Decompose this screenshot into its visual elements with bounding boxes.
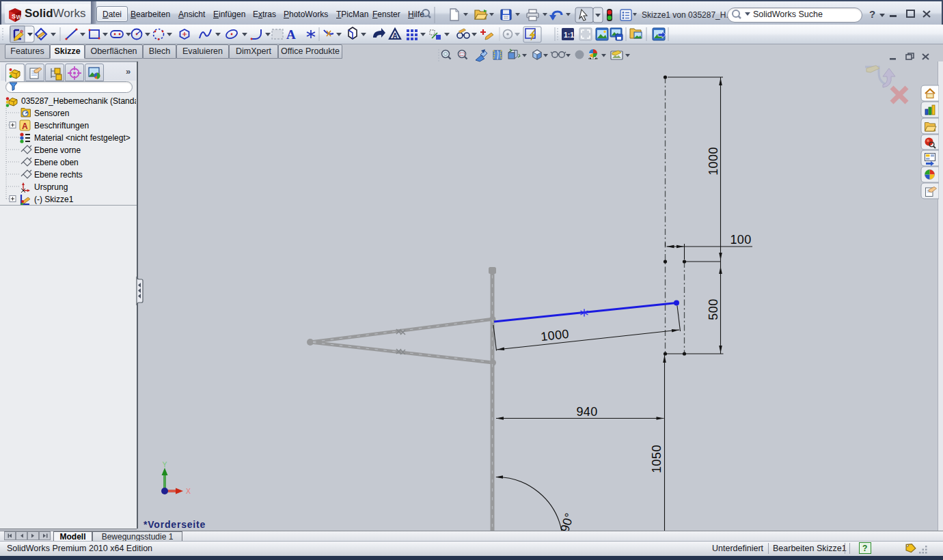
svg-text:W: W (16, 14, 23, 20)
svg-text:»: » (126, 66, 131, 76)
svg-text:A: A (286, 27, 296, 42)
svg-text:1000: 1000 (707, 147, 720, 176)
svg-text:S: S (12, 13, 16, 20)
svg-text:X: X (186, 487, 191, 495)
svg-text:A: A (22, 122, 28, 131)
svg-text:1000: 1000 (540, 327, 570, 344)
svg-text:?: ? (862, 544, 867, 553)
svg-text:100: 100 (730, 233, 751, 247)
svg-text:Y: Y (162, 461, 167, 468)
svg-text:1:1: 1:1 (564, 31, 574, 39)
svg-text:*Vorderseite: *Vorderseite (144, 519, 206, 530)
svg-text:940: 940 (576, 405, 597, 419)
svg-text:90°: 90° (558, 511, 576, 531)
svg-text:500: 500 (707, 298, 720, 320)
svg-text:A: A (393, 32, 398, 40)
svg-text:1050: 1050 (650, 445, 664, 473)
